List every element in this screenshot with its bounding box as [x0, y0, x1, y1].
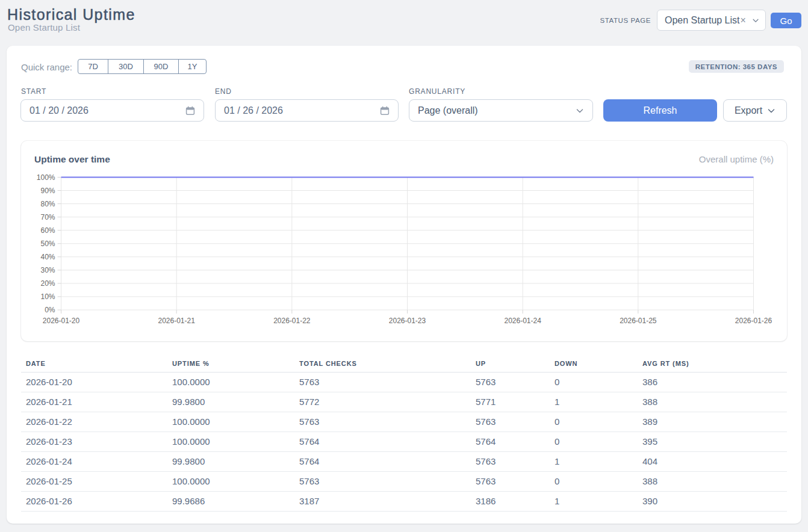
svg-text:2026-01-23: 2026-01-23: [389, 317, 426, 325]
svg-text:Uptime over time: Uptime over time: [34, 154, 110, 164]
svg-text:10%: 10%: [40, 292, 55, 301]
svg-text:2026-01-24: 2026-01-24: [504, 317, 541, 325]
svg-text:Overall uptime (%): Overall uptime (%): [699, 154, 774, 164]
svg-text:60%: 60%: [40, 226, 55, 235]
svg-text:0%: 0%: [45, 306, 55, 314]
svg-text:80%: 80%: [40, 200, 55, 208]
svg-text:30%: 30%: [40, 266, 55, 274]
svg-text:100%: 100%: [37, 173, 55, 182]
svg-text:40%: 40%: [40, 253, 55, 261]
svg-text:20%: 20%: [40, 279, 55, 288]
svg-text:2026-01-26: 2026-01-26: [735, 317, 772, 325]
svg-text:2026-01-21: 2026-01-21: [158, 317, 195, 325]
svg-text:90%: 90%: [40, 187, 55, 195]
svg-text:2026-01-20: 2026-01-20: [43, 317, 80, 325]
svg-text:2026-01-25: 2026-01-25: [620, 317, 657, 325]
svg-text:50%: 50%: [40, 240, 55, 248]
svg-text:2026-01-22: 2026-01-22: [273, 317, 311, 325]
svg-text:70%: 70%: [40, 213, 55, 221]
